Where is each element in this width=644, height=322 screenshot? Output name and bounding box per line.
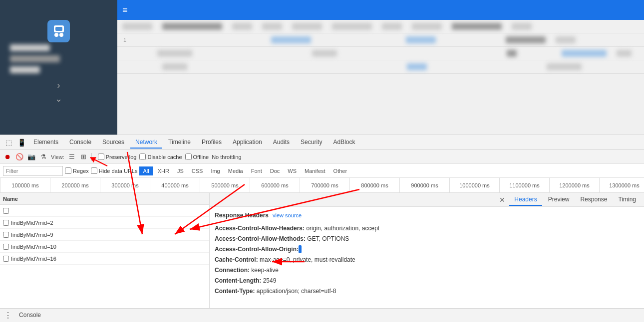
webpage-cell — [271, 36, 311, 43]
header-value-highlighted — [299, 245, 302, 253]
response-tab[interactable]: Response — [575, 194, 612, 206]
filter-input[interactable] — [3, 166, 63, 176]
filter-type-js[interactable]: JS — [174, 167, 187, 175]
regex-checkbox[interactable]: Regex — [65, 167, 89, 174]
tab-console[interactable]: Console — [64, 137, 96, 149]
webpage-cell — [332, 23, 372, 30]
tab-elements[interactable]: Elements — [28, 137, 63, 149]
list-item[interactable]: findByMid?mid=10 — [0, 241, 209, 253]
request-name: findByMid?mid=16 — [11, 256, 206, 262]
request-name: findByMid?mid=9 — [11, 232, 206, 238]
svg-line-4 — [92, 159, 107, 166]
header-row-ct: Content-Type: application/json; charset=… — [215, 287, 639, 296]
timeline-row: 100000 ms 200000 ms 300000 ms 400000 ms … — [0, 178, 644, 193]
filter-icon[interactable]: ⚗ — [39, 153, 48, 161]
filter-type-css[interactable]: CSS — [189, 167, 206, 175]
headers-content[interactable]: Response Headers view source Access-Cont… — [210, 207, 644, 322]
request-checkbox[interactable] — [3, 244, 9, 250]
list-item[interactable]: fans_status?date=&startIndex=0&pagesize=… — [0, 205, 209, 217]
filter-type-xhr[interactable]: XHR — [155, 167, 172, 175]
tab-timeline[interactable]: Timeline — [163, 137, 196, 149]
header-key: Cache-Control: — [215, 256, 258, 263]
tab-security[interactable]: Security — [296, 137, 327, 149]
timing-tab[interactable]: Timing — [613, 194, 641, 206]
header-key: Content-Length: — [215, 277, 261, 284]
request-list-scroll[interactable]: fans_status?date=&startIndex=0&pagesize=… — [0, 205, 209, 310]
tick-1000000: 1000000 ms — [449, 178, 499, 192]
arrow-annotation-1 — [90, 156, 110, 168]
header-value: GET, OPTIONS — [307, 235, 349, 242]
tab-application[interactable]: Application — [228, 137, 267, 149]
webpage-cell — [162, 63, 187, 70]
stop-icon[interactable]: 🚫 — [15, 153, 24, 161]
webpage-cell — [162, 23, 222, 30]
tick-700000: 700000 ms — [300, 178, 349, 192]
tab-adblock[interactable]: AdBlock — [328, 137, 360, 149]
header-row-cl: Content-Length: 2549 — [215, 276, 639, 285]
list-item[interactable]: findByMid?mid=16 — [0, 253, 209, 265]
list-view-icon[interactable]: ☰ — [67, 153, 76, 161]
list-item[interactable]: findByMid?mid=9 — [0, 229, 209, 241]
filter-type-doc[interactable]: Doc — [267, 167, 283, 175]
svg-point-3 — [59, 33, 63, 37]
request-checkbox[interactable] — [3, 220, 9, 226]
three-dots-icon[interactable]: ⋮ — [4, 311, 12, 320]
preview-tab[interactable]: Preview — [543, 194, 575, 206]
headers-panel: ✕ Headers Preview Response Timing Respon… — [210, 193, 644, 322]
header-key: Connection: — [215, 267, 250, 274]
webpage-row-1 — [117, 20, 644, 33]
header-value: application/json; charset=utf-8 — [257, 288, 336, 295]
sidebar-expand-icon[interactable]: ⌄ — [55, 93, 62, 104]
request-checkbox[interactable] — [3, 232, 9, 238]
view-source-link[interactable]: view source — [273, 212, 302, 218]
webpage-cell — [232, 23, 252, 30]
filter-type-ws[interactable]: WS — [285, 167, 300, 175]
camera-icon[interactable]: 📷 — [27, 153, 36, 161]
webpage-row-2: 1 — [117, 33, 644, 47]
list-item[interactable]: findByMid?mid=2 — [0, 217, 209, 229]
tick-1300000: 1300000 ms — [599, 178, 644, 192]
close-button[interactable]: ✕ — [496, 196, 508, 204]
filter-type-media[interactable]: Media — [225, 167, 246, 175]
webpage-cell — [512, 23, 532, 30]
webpage-cell — [262, 23, 282, 30]
tab-sources[interactable]: Sources — [97, 137, 129, 149]
filter-type-font[interactable]: Font — [248, 167, 265, 175]
filter-type-img[interactable]: Img — [208, 167, 223, 175]
menu-icon[interactable]: ≡ — [122, 5, 128, 15]
tick-200000: 200000 ms — [50, 178, 100, 192]
grid-view-icon[interactable]: ⊞ — [79, 153, 88, 161]
tab-profiles[interactable]: Profiles — [197, 137, 227, 149]
sidebar-text-blur — [10, 55, 60, 62]
header-value: 2549 — [263, 277, 277, 284]
headers-tab[interactable]: Headers — [509, 194, 542, 206]
sidebar-blurred-1 — [5, 44, 112, 51]
header-key: Access-Control-Allow-Origin: — [215, 246, 299, 253]
webpage-cell — [122, 23, 152, 30]
disable-cache-checkbox[interactable]: Disable cache — [139, 154, 182, 160]
record-icon[interactable]: ⏺ — [3, 153, 12, 161]
tick-100000: 100000 ms — [0, 178, 50, 192]
offline-checkbox[interactable]: Offline — [185, 154, 209, 160]
request-checkbox[interactable] — [3, 208, 9, 214]
filter-type-all[interactable]: All — [139, 166, 152, 175]
webpage-cell — [382, 23, 402, 30]
header-row-conn: Connection: keep-alive — [215, 266, 639, 275]
hide-data-urls-checkbox[interactable]: Hide data URLs — [91, 167, 138, 174]
filter-type-manifest[interactable]: Manifest — [302, 167, 328, 175]
sidebar-collapse-icon[interactable]: › — [57, 80, 60, 91]
header-value: keep-alive — [251, 267, 279, 274]
console-tab[interactable]: Console — [14, 310, 46, 322]
response-headers-title: Response Headers — [215, 212, 269, 219]
tick-400000: 400000 ms — [150, 178, 200, 192]
webpage-cell — [407, 63, 427, 70]
request-list-panel: Name fans_status?date=&startIndex=0&page… — [0, 193, 210, 322]
filter-type-other[interactable]: Other — [330, 167, 350, 175]
inspect-icon[interactable]: ⬚ — [2, 137, 14, 149]
tab-network[interactable]: Network — [130, 137, 162, 149]
tab-audits[interactable]: Audits — [268, 137, 295, 149]
device-icon[interactable]: 📱 — [15, 137, 27, 149]
tick-1200000: 1200000 ms — [549, 178, 599, 192]
throttle-select[interactable]: No throttling — [212, 154, 241, 160]
request-checkbox[interactable] — [3, 256, 9, 262]
